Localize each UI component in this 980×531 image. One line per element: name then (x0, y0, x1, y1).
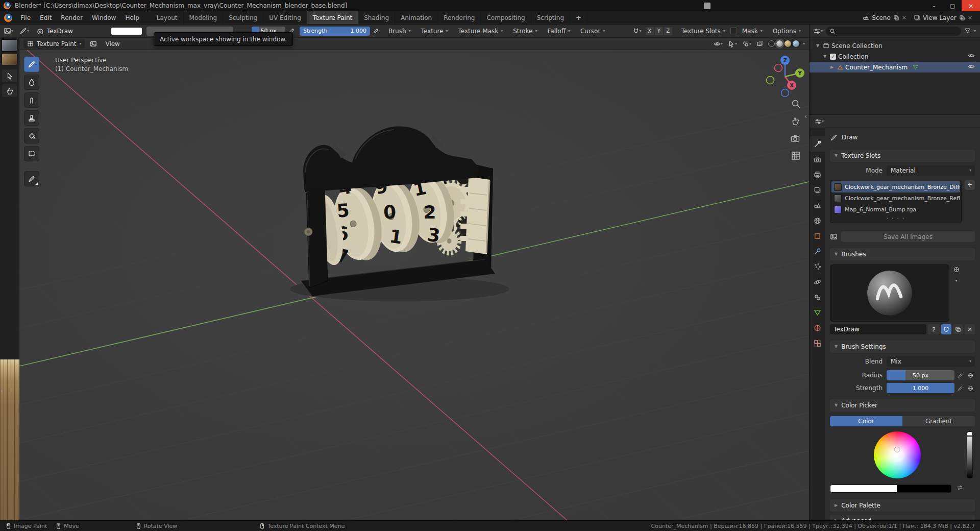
filter-dropdown-icon[interactable]: ▾ (974, 29, 976, 33)
disclosure-icon[interactable]: ▼ (822, 54, 828, 59)
remove-view-layer-button[interactable]: × (968, 14, 972, 21)
add-texture-slot-button[interactable]: + (965, 180, 975, 190)
color-palette-panel-header[interactable]: ▶ Color Palette (830, 499, 975, 512)
mask-menu[interactable]: Mask▾ (737, 25, 768, 37)
filter-icon[interactable] (964, 28, 971, 34)
tab-output[interactable] (810, 167, 825, 182)
tab-particles[interactable] (810, 259, 825, 274)
viewport-3d[interactable]: 1 2 3 9 0 1 (19, 50, 809, 520)
options-menu[interactable]: Options▾ (768, 25, 806, 37)
mask-enable-checkbox[interactable] (730, 28, 737, 34)
new-scene-icon[interactable] (893, 15, 899, 21)
tab-modifiers[interactable] (810, 244, 825, 259)
hsv-color-wheel[interactable] (874, 431, 921, 478)
object-visibility-icon[interactable]: ▾ (714, 40, 723, 47)
scene-selector[interactable]: Scene × (860, 14, 909, 21)
expand-region-icon[interactable]: ‹ (1, 387, 3, 395)
disclosure-icon[interactable]: ▼ (815, 43, 821, 48)
strength-slider[interactable]: Strength1.000 (300, 27, 370, 36)
foreground-color-swatch[interactable] (830, 485, 897, 493)
xray-toggle-icon[interactable] (756, 40, 764, 47)
fill-tool-button[interactable] (24, 128, 39, 143)
swap-colors-icon[interactable] (956, 484, 964, 493)
unlink-scene-button[interactable]: × (902, 14, 906, 21)
camera-view-icon[interactable] (792, 135, 799, 141)
tab-rendering[interactable]: Rendering (438, 11, 481, 24)
strength-unified-icon[interactable] (966, 383, 975, 393)
new-view-layer-icon[interactable] (959, 15, 965, 21)
gradient-tab[interactable]: Gradient (902, 416, 975, 426)
tab-sculpting[interactable]: Sculpting (223, 11, 263, 24)
shading-solid-icon[interactable] (776, 40, 783, 47)
tab-physics[interactable] (810, 274, 825, 289)
advanced-panel-header[interactable]: ▶ Advanced (830, 515, 975, 520)
active-brush-name[interactable]: TexDraw (47, 28, 73, 35)
tab-texture[interactable] (810, 335, 825, 351)
strength-pressure-icon[interactable] (373, 28, 379, 34)
tab-scripting[interactable]: Scripting (531, 11, 570, 24)
image-thumbnail[interactable] (2, 39, 17, 52)
properties-editor-icon[interactable]: ▾ (815, 118, 824, 125)
image-datablock-icon[interactable] (90, 40, 97, 47)
radius-slider-prop[interactable]: 50 px (887, 370, 954, 380)
falloff-menu[interactable]: Falloff▾ (542, 25, 575, 37)
gizmo-toggle-icon[interactable]: ▾ (728, 40, 737, 47)
menu-help[interactable]: Help (120, 11, 143, 24)
mode-dropdown[interactable]: Material▾ (887, 165, 975, 176)
color-wheel-cursor[interactable] (895, 447, 899, 452)
texture-menu[interactable]: Texture▾ (416, 25, 453, 37)
tab-shading[interactable]: Shading (358, 11, 395, 24)
brush-users-count-button[interactable]: 2 (928, 324, 940, 334)
mask-tool-button[interactable] (24, 146, 39, 161)
annotate-tool-button[interactable] (24, 171, 39, 186)
primary-color-swatch[interactable] (111, 27, 142, 35)
texture-slot-row[interactable]: Clockwork_gear_mechanism_Bronze_Refle.. (831, 192, 960, 204)
editor-type-icon[interactable]: ▾ (4, 27, 13, 35)
tab-texture-paint[interactable]: Texture Paint (307, 11, 358, 24)
tab-material[interactable] (810, 320, 825, 335)
unlink-brush-button[interactable]: × (965, 324, 975, 334)
blend-dropdown[interactable]: Mix▾ (887, 356, 975, 367)
menu-window[interactable]: Window (87, 11, 120, 24)
ortho-toggle-icon[interactable] (792, 152, 799, 159)
shading-dropdown-icon[interactable]: ▾ (803, 42, 805, 46)
view-menu[interactable]: View (100, 38, 125, 50)
image-thumbnail[interactable] (2, 53, 17, 65)
disclosure-icon[interactable]: ▶ (829, 65, 835, 69)
brush-library-button[interactable] (951, 264, 961, 274)
counter-mechanism-model[interactable]: 1 2 3 9 0 1 (290, 127, 509, 301)
tab-animation[interactable]: Animation (395, 11, 438, 24)
zoom-icon[interactable] (793, 101, 800, 108)
save-all-images-button[interactable]: Save All Images (841, 231, 975, 242)
mirror-z-toggle[interactable]: Z (664, 27, 672, 35)
snap-magnet-icon[interactable]: ▾ (632, 28, 642, 35)
mirror-x-toggle[interactable]: X (646, 27, 654, 35)
strength-pressure-icon[interactable] (956, 383, 965, 393)
soften-tool-button[interactable] (24, 75, 39, 90)
mirror-y-toggle[interactable]: Y (655, 27, 663, 35)
menu-edit[interactable]: Edit (35, 11, 56, 24)
window-minimize-button[interactable]: – (925, 0, 943, 11)
hide-eye-icon[interactable] (968, 63, 975, 71)
sidebar-toggle-icon[interactable]: ‹ (804, 112, 807, 120)
tab-object-data[interactable] (810, 305, 825, 320)
blender-menu-icon[interactable] (4, 14, 12, 22)
draw-tool-button[interactable] (24, 57, 39, 72)
strength-slider-prop[interactable]: 1.000 (887, 383, 954, 393)
texture-slots-panel-header[interactable]: ▼ Texture Slots (830, 150, 975, 162)
pan-tool-button[interactable] (2, 84, 17, 97)
outliner-row-scene-collection[interactable]: ▼ Scene Collection (810, 40, 980, 51)
tab-view-layer[interactable] (810, 182, 825, 198)
add-workspace-button[interactable]: + (570, 11, 587, 24)
tab-object[interactable] (810, 228, 825, 244)
shading-material-icon[interactable] (785, 40, 791, 47)
active-tool-icon[interactable]: ▾ (19, 27, 29, 35)
brushes-panel-header[interactable]: ▼ Brushes (830, 248, 975, 260)
radius-unified-icon[interactable] (966, 371, 975, 380)
brush-preview[interactable] (830, 264, 949, 322)
texture-slot-row[interactable]: Clockwork_gear_mechanism_Bronze_Diffu.. (831, 181, 960, 192)
brush-blend-icon[interactable] (36, 28, 43, 34)
duplicate-brush-icon[interactable] (953, 324, 963, 334)
stroke-menu[interactable]: Stroke▾ (508, 25, 542, 37)
menu-render[interactable]: Render (56, 11, 87, 24)
